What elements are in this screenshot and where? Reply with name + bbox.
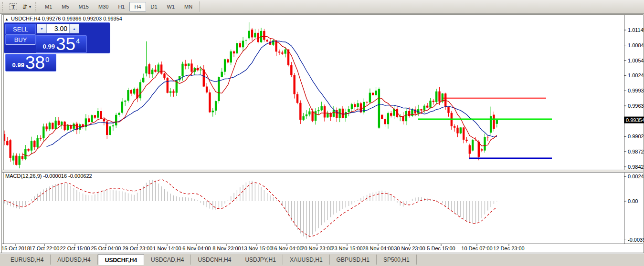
buy-button-label: BUY — [14, 36, 27, 43]
sell-price-big-digits: 35 — [56, 36, 75, 52]
date-axis-label: 20 Nov 23:00 — [301, 246, 332, 251]
current-price-value: 0.99354 — [626, 117, 644, 123]
ohlc-open: 0.99276 — [42, 16, 61, 21]
buy-price-prefix: 0.99 — [12, 61, 24, 69]
date-axis-label: 16 Nov 04:00 — [271, 246, 302, 251]
ohlc-low: 0.99203 — [83, 16, 102, 21]
ohlc-close: 0.99354 — [103, 16, 122, 21]
price-axis-tick: 1.00240 — [628, 72, 644, 78]
date-axis-label: 6 Nov 04:00 — [182, 246, 211, 251]
one-click-trading-panel: SELL ▼ 3.00 ▲ BUY 0.99 35 4 0.99 38 0 — [4, 22, 110, 53]
macd-axis-tick: -0.003912 — [628, 237, 644, 243]
ohlc-high: 0.99366 — [63, 16, 82, 21]
date-axis-label: 23 Nov 15:00 — [331, 246, 362, 251]
price-axis-tick: 0.99935 — [628, 88, 644, 93]
symbol-period-label: USDCHF,H4 — [11, 16, 41, 21]
price-axis-tick: 1.00845 — [628, 42, 644, 48]
date-axis-label: 25 Oct 04:00 — [91, 246, 121, 251]
date-axis-label: 22 Oct 15:00 — [60, 246, 90, 251]
date-axis-label: 17 Oct 22:00 — [30, 246, 60, 251]
sell-button-label: SELL — [13, 26, 28, 33]
tab-AUDUSD-H4[interactable]: AUDUSD,H4 — [51, 255, 97, 265]
price-axis-tick: 0.98725 — [628, 149, 644, 154]
price-axis-tick: 1.00540 — [628, 58, 644, 63]
date-axis-label: 30 Nov 23:00 — [394, 246, 425, 251]
date-axis-label: 10 Dec 07:00 — [461, 246, 492, 251]
sell-price-button[interactable]: 0.99 35 4 — [36, 35, 87, 53]
date-axis-label: 29 Oct 23:00 — [123, 246, 153, 251]
price-axis-tick: 0.99025 — [628, 133, 644, 139]
tab-GBPUSD-H1[interactable]: GBPUSD,H1 — [330, 255, 377, 265]
chart-title: ▲USDCHF,H4 0.99276 0.99366 0.99203 0.993… — [5, 16, 122, 21]
tab-EURUSD-H4[interactable]: EURUSD,H4 — [4, 255, 51, 265]
date-axis-label: 5 Dec 15:00 — [427, 246, 455, 251]
tab-SP500-H1[interactable]: SP500,H1 — [377, 255, 417, 265]
macd-name: MACD(12,26,9) — [5, 173, 42, 179]
tab-USDCHF-H4[interactable]: USDCHF,H4 — [98, 254, 144, 265]
pane-splitter[interactable] — [2, 170, 643, 172]
tab-XAUUSD-H1[interactable]: XAUUSD,H1 — [283, 255, 330, 265]
tab-USDCNH-H4[interactable]: USDCNH,H4 — [191, 255, 238, 265]
date-axis-label: 8 Nov 23:00 — [212, 246, 241, 251]
sell-price-prefix: 0.99 — [43, 43, 55, 50]
price-axis-tick: 0.99635 — [628, 103, 644, 109]
sell-button[interactable]: SELL — [5, 24, 36, 34]
buy-button[interactable]: BUY — [5, 34, 36, 45]
date-axis-label: 13 Nov 15:00 — [241, 246, 272, 251]
tab-USDCAD-H4[interactable]: USDCAD,H4 — [144, 255, 191, 265]
tab-USDJPY-H1[interactable]: USDJPY,H1 — [238, 255, 283, 265]
mt4-terminal-window: T ⇵ ▾ M1M5M15M30H1H4D1W1MN 1.011451.0084… — [0, 0, 644, 266]
price-axis-tick: 0.98420 — [628, 164, 644, 170]
date-axis-label: 15 Oct 2018 — [1, 246, 30, 251]
macd-axis-tick: 0.00 — [628, 198, 638, 204]
volume-stepper: ▼ 3.00 ▲ — [37, 24, 79, 33]
chart-tabs-bar: EURUSD,H4AUDUSD,H4USDCHF,H4USDCAD,H4USDC… — [0, 254, 644, 266]
volume-increase-button[interactable]: ▲ — [69, 24, 79, 33]
macd-indicator-label: MACD(12,26,9) -0.000016 -0.000622 — [5, 173, 92, 179]
buy-price-button[interactable]: 0.99 38 0 — [5, 54, 56, 72]
buy-price-big-digits: 38 — [25, 55, 45, 71]
date-axis-label: 12 Dec 23:00 — [493, 246, 524, 251]
buy-price-pipette: 0 — [45, 55, 49, 63]
volume-decrease-button[interactable]: ▼ — [37, 24, 47, 33]
collapse-panel-triangle-icon[interactable]: ▲ — [5, 17, 9, 21]
macd-axis-tick: 0.002492 — [628, 174, 644, 179]
date-axis[interactable]: 15 Oct 201817 Oct 22:0022 Oct 15:0025 Oc… — [1, 244, 525, 251]
price-axis-tick: 1.01145 — [628, 27, 644, 33]
sell-price-pipette: 4 — [76, 37, 80, 45]
date-axis-label: 1 Nov 14:00 — [153, 246, 181, 251]
date-axis-label: 28 Nov 04:00 — [362, 246, 393, 251]
volume-input[interactable]: 3.00 — [47, 24, 69, 33]
macd-values: -0.000016 -0.000622 — [43, 173, 92, 179]
